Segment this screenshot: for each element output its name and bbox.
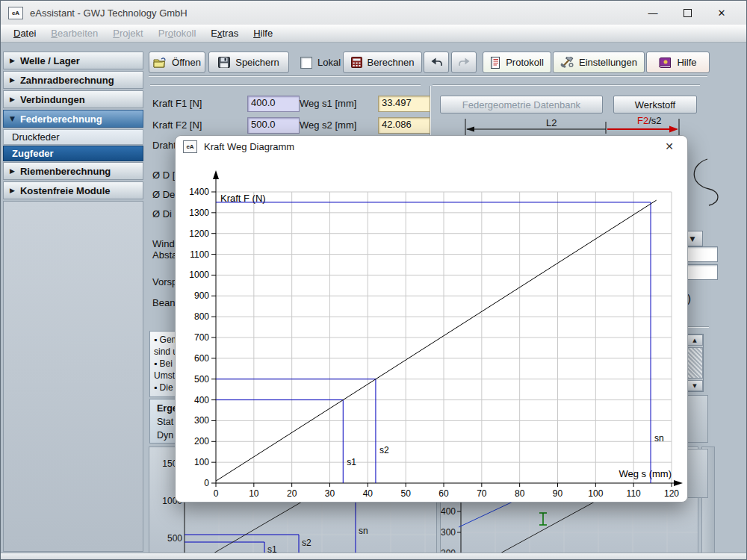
protocol-doc-icon [490, 57, 500, 69]
menu-item-bearbeiten[interactable]: Bearbeiten [44, 26, 105, 40]
menu-item-extras[interactable]: Extras [204, 26, 245, 40]
svg-text:30: 30 [325, 488, 335, 499]
svg-text:1400: 1400 [189, 187, 209, 197]
toolbar-button-einstellungen[interactable]: Einstellungen [553, 52, 645, 73]
toolbar: ÖffnenSpeichernLokalBerechnenProtokollEi… [149, 52, 710, 73]
svg-text:50: 50 [400, 488, 411, 499]
maximize-button[interactable] [670, 1, 704, 24]
sidebar-item-riemenberechnung[interactable]: ▶Riemenberechnung [3, 162, 143, 180]
toolbar-button-speichern[interactable]: Speichern [208, 52, 289, 73]
svg-text:70: 70 [477, 488, 487, 499]
calculator-icon [351, 57, 362, 68]
toolbar-checkbox-lokal[interactable]: Lokal [300, 52, 341, 73]
l2-label: L2 [546, 117, 557, 128]
spring-drawing-fragment [686, 156, 725, 210]
svg-text:0: 0 [214, 488, 219, 499]
sidebar-item-verbindungen[interactable]: ▶Verbindungen [3, 90, 143, 108]
svg-text:500: 500 [167, 533, 182, 544]
sidebar-item-label: Druckfeder [12, 131, 60, 143]
sidebar-item-druckfeder[interactable]: Druckfeder [3, 129, 143, 145]
svg-text:40: 40 [363, 488, 374, 499]
scrollbar-thumb[interactable] [686, 347, 703, 379]
menu-bar: DateiBearbeitenProjektProtokollExtrasHil… [1, 25, 746, 43]
chevron-right-icon: ▶ [10, 187, 15, 194]
svg-text:1200: 1200 [189, 228, 209, 239]
settings-tools-icon [560, 57, 574, 68]
menu-item-protokoll[interactable]: Protokoll [152, 26, 203, 40]
sidebar: ▶Welle / Lager▶Zahnradberechnung▶Verbind… [3, 52, 143, 552]
svg-text:400: 400 [441, 506, 456, 517]
minimize-button[interactable]: — [636, 1, 670, 24]
toolbar-button-berechnen[interactable]: Berechnen [343, 52, 422, 73]
checkbox-label: Lokal [317, 57, 341, 68]
window-controls: — ✕ [636, 1, 739, 24]
l2-arrowhead [466, 127, 474, 132]
svg-text:700: 700 [194, 332, 209, 343]
svg-text:sn: sn [654, 433, 664, 444]
menu-item-datei[interactable]: Datei [7, 26, 43, 40]
way-output: 42.086 [378, 117, 430, 134]
way-output: 33.497 [378, 96, 430, 112]
toolbar-separator [149, 75, 707, 77]
save-floppy-icon [218, 57, 230, 68]
toolbar-button-hilfe[interactable]: Hilfe [646, 52, 710, 73]
toolbar-button-undo-icon[interactable] [424, 52, 449, 73]
force-input[interactable]: 500.0 [247, 117, 300, 134]
s2-label: /s2 [648, 115, 661, 126]
svg-text:10: 10 [249, 488, 259, 499]
f2-label: F2 [637, 115, 648, 126]
text-cursor-icon [539, 513, 547, 525]
sidebar-item-label: Welle / Lager [20, 55, 80, 66]
sidebar-item-label: Zahnradberechnung [20, 75, 114, 86]
sidebar-item-zugfeder[interactable]: Zugfeder [3, 146, 143, 161]
svg-text:s1: s1 [347, 457, 356, 467]
open-folder-icon [153, 57, 167, 68]
sidebar-item-federberechnung[interactable]: ▼Federberechnung [3, 110, 143, 128]
sidebar-item-zahnradberechnung[interactable]: ▶Zahnradberechnung [3, 71, 143, 89]
scroll-down-button[interactable]: ▼ [686, 380, 703, 391]
checkbox-icon[interactable] [300, 57, 312, 69]
close-button[interactable]: ✕ [704, 1, 739, 24]
toolbar-button-öffnen[interactable]: Öffnen [149, 52, 205, 73]
help-book-icon [659, 57, 672, 68]
undo-icon [430, 57, 443, 67]
svg-text:300: 300 [441, 527, 456, 538]
toolbar-button-protokoll[interactable]: Protokoll [483, 52, 551, 73]
field-label-fragment: Draht [152, 140, 176, 151]
dialog-title: Kraft Weg Diagramm [204, 141, 294, 152]
menu-item-projekt[interactable]: Projekt [106, 26, 149, 40]
way-label: Weg s1 [mm] [300, 98, 356, 109]
dialog-icon: eA [183, 140, 197, 153]
spring-dimension-drawing: L2 F2/s2 [446, 111, 692, 137]
svg-text:120: 120 [664, 488, 679, 499]
svg-text:200: 200 [194, 436, 209, 447]
svg-text:600: 600 [194, 353, 209, 364]
form-group-border [150, 84, 421, 86]
svg-text:100: 100 [194, 457, 209, 467]
svg-text:1000: 1000 [189, 270, 209, 280]
status-bar [1, 553, 746, 559]
kraft-weg-chart: 0102030405060708090100110120010020030040… [176, 136, 687, 502]
vertical-scrollbar[interactable]: ▲ ▼ [686, 334, 704, 392]
svg-text:s2: s2 [302, 538, 311, 548]
svg-text:800: 800 [194, 311, 209, 322]
svg-text:300: 300 [194, 415, 209, 426]
scroll-up-button[interactable]: ▲ [686, 335, 703, 346]
svg-text:s2: s2 [379, 445, 389, 455]
svg-text:900: 900 [194, 290, 209, 301]
dialog-close-button[interactable]: ✕ [659, 138, 680, 155]
menu-item-hilfe[interactable]: Hilfe [247, 26, 279, 40]
toolbar-button-redo-icon[interactable] [451, 52, 477, 73]
dialog-kraft-weg-diagramm: eA Kraft Weg Diagramm ✕ 0102030405060708… [175, 135, 688, 503]
sidebar-item-welle-lager[interactable]: ▶Welle / Lager [3, 52, 143, 69]
svg-text:90: 90 [553, 488, 563, 499]
chevron-down-icon: ▼ [10, 115, 15, 122]
force-input[interactable]: 400.0 [247, 96, 300, 112]
sidebar-item-label: Federberechnung [20, 113, 102, 125]
sidebar-empty-panel [3, 201, 143, 552]
svg-text:F2/s2: F2/s2 [637, 115, 662, 126]
chevron-right-icon: ▶ [10, 96, 15, 103]
sidebar-item-kostenfreie-module[interactable]: ▶Kostenfreie Module [3, 181, 143, 199]
app-icon: eA [8, 7, 23, 19]
svg-text:20: 20 [287, 488, 297, 499]
